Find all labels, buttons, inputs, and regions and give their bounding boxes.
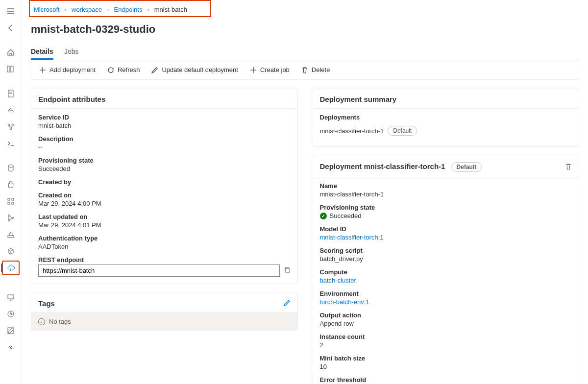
auth-value: AADToken bbox=[38, 243, 291, 250]
refresh-label: Refresh bbox=[118, 66, 140, 73]
dep-scoring-value: batch_driver.py bbox=[320, 255, 572, 263]
breadcrumb-link-workspace[interactable]: workspace bbox=[72, 6, 102, 13]
svg-point-4 bbox=[12, 124, 14, 126]
designer-icon[interactable] bbox=[2, 120, 20, 134]
home-icon[interactable] bbox=[2, 45, 20, 60]
jobs-icon[interactable] bbox=[2, 177, 20, 192]
dep-error-label: Error threshold bbox=[320, 376, 572, 384]
components-icon[interactable] bbox=[2, 194, 20, 209]
svg-rect-10 bbox=[12, 202, 14, 204]
default-badge: Default bbox=[388, 126, 417, 136]
dep-model-value[interactable]: mnist-classifier-torch:1 bbox=[320, 234, 572, 241]
success-icon bbox=[320, 213, 327, 219]
svg-point-6 bbox=[8, 165, 13, 168]
rest-label: REST endpoint bbox=[38, 256, 291, 264]
svg-point-5 bbox=[10, 128, 12, 130]
tabs: Details Jobs bbox=[31, 45, 579, 60]
svg-rect-7 bbox=[8, 198, 10, 200]
refresh-button[interactable]: Refresh bbox=[107, 66, 140, 73]
edit-tags-icon[interactable] bbox=[284, 299, 291, 308]
environments-icon[interactable] bbox=[2, 227, 20, 242]
provisioning-value: Succeeded bbox=[38, 165, 291, 172]
svg-rect-0 bbox=[7, 66, 10, 72]
dep-scoring-label: Scoring script bbox=[320, 247, 572, 254]
deployment-summary-name: mnist-classifier-torch-1 bbox=[320, 127, 384, 135]
linked-icon[interactable] bbox=[2, 340, 20, 355]
hamburger-icon[interactable] bbox=[2, 4, 20, 19]
deployment-detail-prefix: Deployment bbox=[320, 162, 362, 170]
created-by-label: Created by bbox=[38, 178, 291, 186]
page-title: mnist-batch-0329-studio bbox=[31, 23, 579, 36]
models-icon[interactable] bbox=[2, 244, 20, 259]
main-content: Microsoft › workspace › Endpoints › mnis… bbox=[22, 0, 588, 384]
deployment-detail-title: Deployment mnist-classifier-torch-1 Defa… bbox=[320, 162, 482, 172]
dep-model-label: Model ID bbox=[320, 225, 572, 233]
updated-on-value: Mar 29, 2024 4:01 PM bbox=[38, 221, 291, 229]
breadcrumb: Microsoft › workspace › Endpoints › mnis… bbox=[29, 0, 211, 17]
tab-jobs[interactable]: Jobs bbox=[64, 45, 79, 60]
svg-rect-8 bbox=[12, 198, 14, 200]
tags-card: Tags i No tags bbox=[31, 293, 298, 331]
dep-compute-label: Compute bbox=[320, 268, 572, 276]
chevron-right-icon: › bbox=[107, 6, 109, 13]
svg-rect-18 bbox=[286, 268, 290, 272]
chevron-right-icon: › bbox=[65, 6, 67, 13]
description-value: -- bbox=[38, 144, 291, 151]
dep-env-value[interactable]: torch-batch-env:1 bbox=[320, 298, 572, 306]
breadcrumb-link-endpoints[interactable]: Endpoints bbox=[114, 6, 143, 13]
notebook-icon[interactable] bbox=[2, 86, 20, 101]
dep-provisioning-value: Succeeded bbox=[330, 212, 362, 219]
tab-details[interactable]: Details bbox=[31, 45, 53, 60]
toolbar: Add deployment Refresh Update default de… bbox=[31, 60, 579, 80]
auth-label: Authentication type bbox=[38, 235, 291, 242]
delete-button[interactable]: Delete bbox=[301, 66, 330, 73]
created-on-label: Created on bbox=[38, 192, 291, 199]
automl-icon[interactable] bbox=[2, 103, 20, 118]
deployment-summary-title: Deployment summary bbox=[313, 89, 579, 109]
tags-title: Tags bbox=[38, 299, 55, 308]
back-icon[interactable] bbox=[2, 21, 20, 35]
chevron-right-icon: › bbox=[147, 6, 149, 13]
deployments-subtitle: Deployments bbox=[320, 114, 572, 121]
service-id-label: Service ID bbox=[38, 114, 291, 121]
add-deployment-button[interactable]: Add deployment bbox=[39, 66, 96, 73]
delete-label: Delete bbox=[312, 66, 330, 73]
svg-rect-17 bbox=[8, 328, 14, 334]
monitor-icon[interactable] bbox=[2, 307, 20, 321]
no-tags-text: No tags bbox=[49, 318, 71, 325]
svg-point-3 bbox=[8, 124, 10, 126]
endpoint-attributes-card: Endpoint attributes Service ID mnist-bat… bbox=[31, 89, 298, 284]
dep-minibatch-label: Mini batch size bbox=[320, 355, 572, 362]
updated-on-label: Last updated on bbox=[38, 213, 291, 220]
dep-env-label: Environment bbox=[320, 290, 572, 297]
dep-compute-value[interactable]: batch-cluster bbox=[320, 277, 572, 284]
default-badge: Default bbox=[451, 162, 482, 172]
datalabel-icon[interactable] bbox=[2, 323, 20, 338]
create-job-label: Create job bbox=[260, 66, 290, 73]
endpoints-icon[interactable] bbox=[2, 261, 20, 275]
breadcrumb-current: mnist-batch bbox=[154, 6, 187, 13]
copy-icon[interactable] bbox=[284, 266, 291, 275]
dep-output-value: Append row bbox=[320, 320, 572, 327]
breadcrumb-link-microsoft[interactable]: Microsoft bbox=[34, 6, 60, 13]
svg-rect-9 bbox=[8, 202, 10, 204]
dep-instance-label: Instance count bbox=[320, 333, 572, 340]
data-icon[interactable] bbox=[2, 161, 20, 175]
prompt-icon[interactable] bbox=[2, 136, 20, 151]
dep-provisioning-label: Provisioning state bbox=[320, 204, 572, 211]
deployment-summary-item[interactable]: mnist-classifier-torch-1 Default bbox=[320, 122, 572, 140]
pipelines-icon[interactable] bbox=[2, 211, 20, 225]
catalog-icon[interactable] bbox=[2, 62, 20, 76]
service-id-value: mnist-batch bbox=[38, 122, 291, 129]
dep-minibatch-value: 10 bbox=[320, 363, 572, 370]
description-label: Description bbox=[38, 135, 291, 143]
dep-output-label: Output action bbox=[320, 312, 572, 319]
update-default-label: Update default deployment bbox=[162, 66, 238, 73]
add-deployment-label: Add deployment bbox=[49, 66, 96, 73]
deployment-summary-card: Deployment summary Deployments mnist-cla… bbox=[313, 89, 580, 147]
update-default-button[interactable]: Update default deployment bbox=[151, 66, 238, 73]
compute-icon[interactable] bbox=[2, 290, 20, 305]
rest-endpoint-input[interactable] bbox=[38, 264, 280, 277]
create-job-button[interactable]: Create job bbox=[250, 66, 290, 73]
delete-deployment-icon[interactable] bbox=[565, 163, 572, 171]
